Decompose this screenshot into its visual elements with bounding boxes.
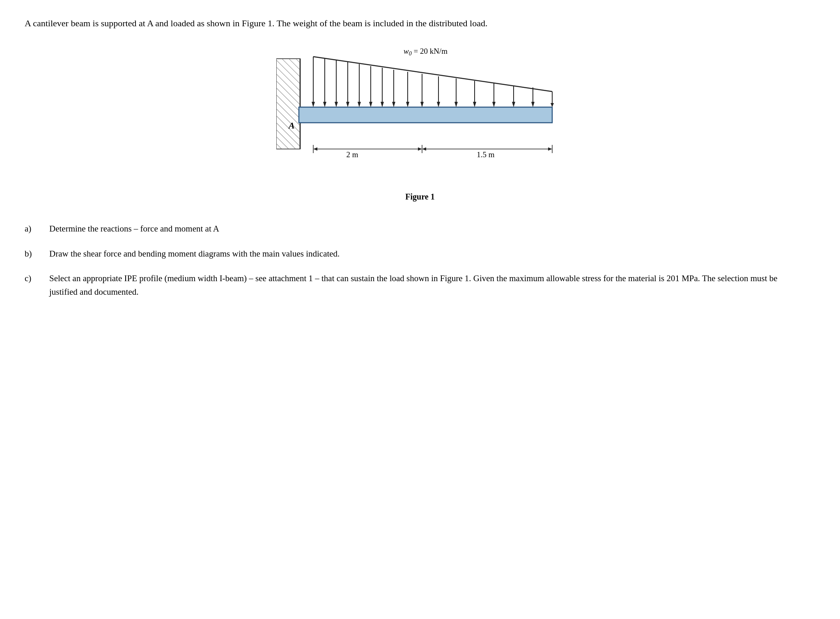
arrowhead-17 xyxy=(551,103,554,107)
arrowhead-12 xyxy=(454,102,458,107)
load-profile-line xyxy=(313,57,552,92)
arrowhead-9 xyxy=(406,102,409,107)
point-a-label: A xyxy=(288,120,295,131)
arrowhead-8 xyxy=(392,102,395,107)
diagram-area: w0 = 20 kN/m A 2 m 1.5 m xyxy=(276,46,564,186)
arrowhead-7 xyxy=(381,102,384,107)
arrowhead-11 xyxy=(437,102,440,107)
arrowhead-5 xyxy=(358,102,361,107)
dim-arrow-left-1.5m xyxy=(422,147,426,151)
arrowhead-2 xyxy=(323,102,326,107)
question-a-label: a) xyxy=(25,222,49,236)
question-b-text: Draw the shear force and bending moment … xyxy=(49,247,805,261)
dim-1.5m-label: 1.5 m xyxy=(477,150,495,159)
dim-arrow-left-2m xyxy=(313,147,317,151)
load-label-text: w0 = 20 kN/m xyxy=(404,47,448,57)
arrowhead-13 xyxy=(473,102,476,107)
intro-paragraph: A cantilever beam is supported at A and … xyxy=(25,16,805,30)
beam-diagram-svg: w0 = 20 kN/m A 2 m 1.5 m xyxy=(276,46,564,186)
dim-2m-label: 2 m xyxy=(346,150,358,159)
question-c-text: Select an appropriate IPE profile (mediu… xyxy=(49,272,805,298)
arrowhead-1 xyxy=(312,102,315,107)
arrowhead-15 xyxy=(512,102,515,107)
wall-hatch xyxy=(276,59,300,149)
arrowhead-16 xyxy=(531,102,535,107)
question-c-label: c) xyxy=(25,272,49,298)
question-b: b) Draw the shear force and bending mome… xyxy=(25,247,805,261)
arrowhead-3 xyxy=(335,102,338,107)
dim-arrow-right-1.5m xyxy=(548,147,552,151)
figure-caption: Figure 1 xyxy=(405,192,434,202)
arrowhead-14 xyxy=(492,102,496,107)
arrowhead-4 xyxy=(346,102,349,107)
arrowhead-6 xyxy=(369,102,372,107)
questions-section: a) Determine the reactions – force and m… xyxy=(25,222,805,298)
question-a-text: Determine the reactions – force and mome… xyxy=(49,222,805,236)
dim-arrow-right-2m xyxy=(418,147,422,151)
question-c: c) Select an appropriate IPE profile (me… xyxy=(25,272,805,298)
question-a: a) Determine the reactions – force and m… xyxy=(25,222,805,236)
arrowhead-10 xyxy=(420,102,424,107)
beam-rect xyxy=(299,107,552,123)
figure-container: w0 = 20 kN/m A 2 m 1.5 m Figure 1 xyxy=(276,46,564,202)
question-b-label: b) xyxy=(25,247,49,261)
